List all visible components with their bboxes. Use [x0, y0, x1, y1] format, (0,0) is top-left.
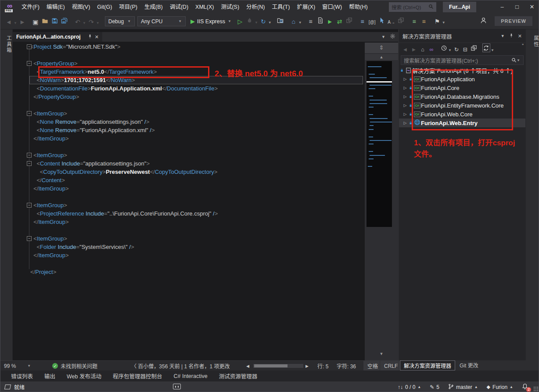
expand-arrow-icon[interactable]: ▷ [402, 77, 408, 81]
menu-视图V[interactable]: 视图(V) [68, 0, 94, 14]
code-line-25[interactable]: <Folder Include="System\Services\" /> [13, 243, 365, 251]
save-icon[interactable] [50, 16, 59, 25]
line-indicator[interactable]: 行: 5 [317, 361, 328, 371]
panel-tab-解决方案资源管理器[interactable]: 解决方案资源管理器 [400, 360, 455, 370]
fold-collapse-icon[interactable]: − [27, 203, 32, 208]
horizontal-scrollbar-thumb[interactable] [254, 364, 287, 367]
dependency-graph-icon[interactable] [345, 16, 354, 25]
show-all-files-icon[interactable] [470, 43, 478, 52]
chevron-down-icon[interactable]: ▼ [83, 21, 86, 25]
navigate-references-icon[interactable]: ⇄ [335, 17, 344, 26]
code-line-27[interactable] [13, 259, 365, 268]
code-line-15[interactable]: <Content Include="applicationsettings.js… [13, 159, 365, 168]
format-selection-icon[interactable]: ≡ [420, 17, 428, 26]
updown-counter[interactable]: ↑↓0 / 0▲ [398, 384, 421, 390]
code-line-13[interactable] [13, 143, 365, 151]
code-line-10[interactable]: <None Remove="applicationsettings.json" … [13, 118, 365, 126]
format-document-icon[interactable]: ≡ [410, 17, 419, 26]
refresh-icon[interactable]: ↻ [453, 45, 460, 54]
document-tab-csproj[interactable]: FurionApi.A...ation.csproj ✕ [13, 32, 102, 42]
fold-collapse-icon[interactable]: − [27, 44, 32, 49]
navigate-backward-icon[interactable]: ◄ [4, 17, 13, 27]
bottom-tab-测试资源管理器[interactable]: 测试资源管理器 [219, 372, 258, 380]
git-repository[interactable]: ◆Furion▲ [487, 384, 513, 390]
home-icon[interactable]: ⌂ [419, 45, 427, 54]
editor-options-gear-icon[interactable] [390, 33, 395, 40]
scroll-down-arrow[interactable]: ▼ [365, 351, 398, 357]
chevron-down-icon[interactable]: ▼ [442, 21, 446, 25]
nav-forward-icon[interactable]: ► [410, 45, 418, 54]
menu-分析N[interactable]: 分析(N) [243, 0, 268, 14]
sync-home-icon[interactable]: ⌂ [289, 17, 298, 26]
project-node-FurionApi.Application[interactable]: ▷C#FurionApi.Application [399, 75, 525, 83]
code-line-26[interactable]: </ItemGroup> [13, 251, 365, 259]
document-list-chevron-icon[interactable]: ▼ [381, 35, 385, 39]
code-line-17[interactable]: </Content> [13, 176, 365, 184]
start-without-debugging-icon[interactable]: ▷ [236, 17, 244, 26]
open-file-icon[interactable] [41, 16, 50, 25]
navigate-forward-icon[interactable]: ► [18, 17, 27, 27]
code-line-20[interactable]: <ItemGroup> [13, 201, 365, 209]
code-line-11[interactable]: <None Remove="FurionApi.Application.xml"… [13, 126, 365, 134]
code-line-18[interactable]: </ItemGroup> [13, 184, 365, 193]
resize-grip[interactable] [533, 386, 539, 392]
expand-arrow-icon[interactable]: ▷ [402, 86, 408, 90]
chevron-down-icon[interactable]: ▼ [448, 48, 452, 52]
project-node-FurionApi.Web.Core[interactable]: ▷C#FurionApi.Web.Core [399, 110, 525, 119]
chevron-down-icon[interactable]: ▼ [255, 21, 258, 25]
code-line-9[interactable]: <ItemGroup> [13, 109, 365, 118]
code-line-7[interactable]: </PropertyGroup> [13, 93, 365, 101]
menu-项目P[interactable]: 项目(P) [115, 0, 141, 14]
close-icon[interactable]: ✕ [518, 33, 522, 39]
menu-XMLX[interactable]: XML(X) [192, 0, 217, 14]
chevron-down-icon[interactable]: ▼ [268, 21, 272, 25]
minimap[interactable] [367, 61, 392, 227]
chevron-down-icon[interactable]: ▼ [14, 21, 17, 25]
solution-explorer-titlebar[interactable]: 解决方案资源管理器 ▼ ✕ [399, 29, 525, 43]
scroll-right-arrow[interactable]: ▶ [305, 361, 309, 371]
sync-with-active-document-icon[interactable] [482, 43, 490, 52]
pending-edits[interactable]: ✎5 [430, 384, 439, 390]
project-node-FurionApi.Web.Entry[interactable]: ▷FurionApi.Web.Entry [399, 119, 525, 127]
fold-collapse-icon[interactable]: − [27, 61, 32, 66]
maximize-button[interactable]: □ [510, 0, 525, 13]
document-outline-icon[interactable] [316, 16, 325, 25]
nav-back-icon[interactable]: ◄ [401, 45, 409, 54]
scroll-up-arrow[interactable]: ▲ [365, 54, 398, 60]
bottom-tab-输出[interactable]: 输出 [44, 372, 55, 380]
chevron-down-icon[interactable]: ▼ [96, 21, 100, 25]
code-editor[interactable]: <Project Sdk="Microsoft.NET.Sdk"> <Prope… [13, 43, 365, 360]
chevron-down-icon[interactable]: ▼ [491, 48, 494, 52]
code-line-22[interactable]: </ItemGroup> [13, 218, 365, 226]
project-node-FurionApi.Database.Migrations[interactable]: ▷C#FurionApi.Database.Migrations [399, 92, 525, 101]
redo-icon[interactable]: ↷ [87, 17, 96, 27]
hot-reload-icon[interactable] [245, 16, 254, 25]
bottom-tab-程序包管理器控制台[interactable]: 程序包管理器控制台 [113, 372, 162, 380]
notifications-bell[interactable]: 2 [522, 383, 528, 391]
splitter-handle-icon[interactable]: ⇕ [365, 43, 398, 53]
solution-explorer-search-box[interactable]: 搜索解决方案资源管理器(Ctrl+;) ▼ [401, 55, 524, 65]
background-tasks-icon[interactable] [4, 385, 11, 389]
code-line-28[interactable]: </Project> [13, 268, 365, 276]
save-all-icon[interactable] [60, 16, 69, 25]
menu-工具T[interactable]: 工具(T) [268, 0, 293, 14]
expand-arrow-icon[interactable]: ▷ [402, 121, 408, 125]
code-line-14[interactable]: <ItemGroup> [13, 151, 365, 159]
fold-collapse-icon[interactable]: − [27, 111, 32, 116]
restart-icon[interactable]: ↻ [259, 17, 268, 26]
expand-arrow-icon[interactable]: ▷ [402, 103, 408, 108]
code-line-24[interactable]: <ItemGroup> [13, 234, 365, 243]
new-project-icon[interactable]: ▣ [31, 17, 40, 27]
run-flow-icon[interactable]: ► [326, 17, 334, 26]
code-line-19[interactable] [13, 193, 365, 201]
bookmark-icon[interactable]: ⚑ [433, 17, 442, 26]
bottom-tab-错误列表[interactable]: 错误列表 [11, 372, 33, 380]
expand-arrow-icon[interactable]: ▷ [402, 94, 408, 99]
spaces-indicator[interactable]: 空格 [363, 361, 382, 371]
code-line-1[interactable]: <Project Sdk="Microsoft.NET.Sdk"> [13, 43, 365, 51]
expand-arrow-icon[interactable]: ▷ [402, 112, 408, 116]
line-ending-indicator[interactable]: CRLF [380, 361, 399, 371]
code-line-16[interactable]: <CopyToOutputDirectory>PreserveNewest</C… [13, 168, 365, 176]
pin-icon[interactable] [509, 33, 514, 39]
menu-窗口W[interactable]: 窗口(W) [319, 0, 345, 14]
